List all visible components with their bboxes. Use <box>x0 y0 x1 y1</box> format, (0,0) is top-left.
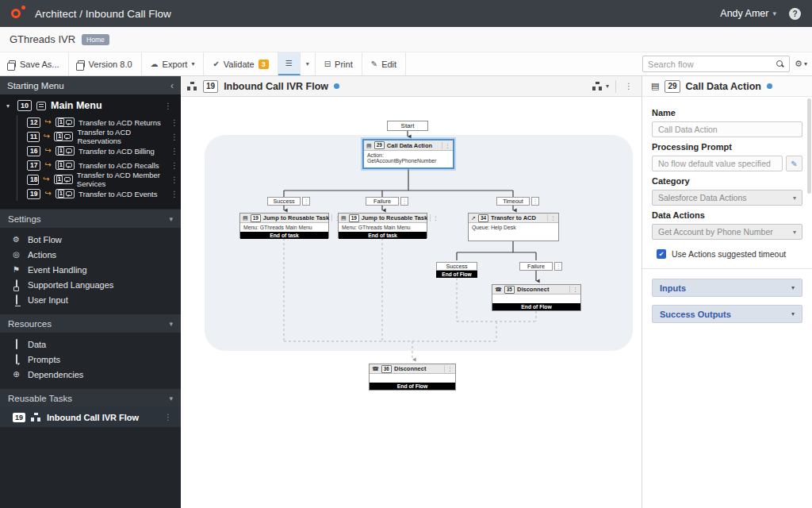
kebab-menu-icon[interactable]: ⋮ <box>162 413 174 421</box>
view-mode-icon[interactable] <box>592 82 603 90</box>
kebab-menu-icon[interactable]: ⋮ <box>168 133 181 141</box>
edit-button[interactable]: ✎ Edit <box>362 52 406 75</box>
speech-bubble-icon <box>11 355 21 364</box>
kebab-menu-icon[interactable]: ⋮ <box>442 142 450 149</box>
inputs-accordion[interactable]: Inputs ▾ <box>652 279 802 297</box>
node-id-badge: 19 <box>27 189 40 199</box>
tree-expand-icon[interactable]: ▾ <box>6 102 13 110</box>
chevron-down-icon: ▾ <box>191 60 194 67</box>
category-select[interactable]: Salesforce Data Actions ▾ <box>652 190 802 206</box>
node-disconnect-35[interactable]: ☎ 35 Disconnect ⋮ End of Flow <box>492 284 581 311</box>
save-as-button[interactable]: Save As... <box>0 52 69 75</box>
sidebar-item-supported-languages[interactable]: Supported Languages <box>0 277 181 292</box>
sidebar-item-event-handling[interactable]: ⚑ Event Handling <box>0 262 181 277</box>
list-view-dropdown-button[interactable]: ▾ <box>301 52 316 75</box>
kebab-menu-icon[interactable]: ⋮ <box>168 190 181 198</box>
collapse-sidebar-icon[interactable]: ‹ <box>170 80 174 91</box>
data-actions-select[interactable]: Get Account by Phone Number ▾ <box>652 224 802 240</box>
print-button[interactable]: ⊟ Print <box>316 52 362 75</box>
sidebar-item-data[interactable]: Data <box>0 337 181 352</box>
starting-menu-header[interactable]: Starting Menu ‹ <box>0 76 181 94</box>
info-icon[interactable] <box>767 83 772 89</box>
branch-success-label[interactable]: Success <box>436 262 477 271</box>
name-field[interactable]: Call Data Action <box>652 121 802 137</box>
help-icon[interactable]: ? <box>789 8 801 20</box>
panel-scrollbar[interactable] <box>807 98 811 194</box>
settings-section-header[interactable]: Settings ▾ <box>0 209 181 228</box>
kebab-menu-icon[interactable]: ⋮ <box>400 197 408 206</box>
kebab-menu-icon[interactable]: ⋮ <box>444 365 453 372</box>
sidebar-item-transfer-billing[interactable]: 16 ↪ 1 Transfer to ACD Billing ⋮ <box>17 144 181 158</box>
flow-title-bar: GThreads IVR Home <box>0 27 812 52</box>
canvas-settings-button[interactable]: ⚙ ▾ <box>795 59 807 69</box>
top-app-bar: Architect / Inbound Call Flow Andy Amer … <box>0 0 812 27</box>
jump-icon: ↪ <box>44 118 51 126</box>
sidebar-item-transfer-events[interactable]: 19 ↪ 1 Transfer to ACD Events ⋮ <box>17 187 181 201</box>
start-node[interactable]: Start <box>387 121 428 131</box>
sidebar-item-dependencies[interactable]: ⊕ Dependencies <box>0 367 181 382</box>
node-jump-to-reusable-task-success[interactable]: ▤ 19 Jump to Reusable Task ⋮ Menu: GThre… <box>239 213 329 238</box>
sidebar-item-inbound-call-ivr-flow[interactable]: 19 Inbound Call IVR Flow ⋮ <box>0 407 181 427</box>
kebab-menu-icon[interactable]: ⋮ <box>554 262 562 271</box>
node-transfer-to-acd[interactable]: ↗ 34 Transfer to ACD ⋮ Queue: Help Desk <box>468 213 559 241</box>
version-button[interactable]: Version 8.0 <box>69 52 142 75</box>
sidebar-item-bot-flow[interactable]: ⚙ Bot Flow <box>0 232 181 247</box>
branch-success-label[interactable]: Success <box>267 197 301 206</box>
name-label: Name <box>652 108 802 117</box>
node-jump-to-reusable-task-failure[interactable]: ▤ 19 Jump to Reusable Task ⋮ Menu: GThre… <box>338 213 427 238</box>
search-icon <box>776 60 784 68</box>
info-icon[interactable] <box>334 83 339 89</box>
branch-failure-label[interactable]: Failure <box>519 262 553 271</box>
kebab-menu-icon[interactable]: ⋮ <box>430 214 439 221</box>
sidebar-item-actions[interactable]: ◎ Actions <box>0 247 181 262</box>
validate-button[interactable]: ✔ Validate 3 <box>204 52 278 75</box>
kebab-menu-icon[interactable]: ⋮ <box>569 286 578 293</box>
export-button[interactable]: ☁ Export ▾ <box>142 52 205 75</box>
dtmf-speech-icon: 1 <box>56 146 75 156</box>
kebab-menu-icon[interactable]: ⋮ <box>162 102 174 110</box>
chevron-down-icon: ▾ <box>793 194 796 202</box>
dtmf-speech-icon: 1 <box>56 160 75 170</box>
kebab-menu-icon[interactable]: ⋮ <box>168 147 181 156</box>
sidebar-item-prompts[interactable]: Prompts <box>0 352 181 367</box>
reusable-tasks-section-header[interactable]: Reusable Tasks ▾ <box>0 388 181 407</box>
toggle-list-view-button[interactable]: ☰ <box>278 52 301 75</box>
edit-prompt-button[interactable]: ✎ <box>786 156 802 171</box>
kebab-menu-icon[interactable]: ⋮ <box>547 214 556 221</box>
sidebar-item-user-input[interactable]: User Input <box>0 292 181 307</box>
success-outputs-accordion[interactable]: Success Outputs ▾ <box>652 305 802 323</box>
sidebar-item-transfer-reservations[interactable]: 11 ↪ 1 Transfer to ACD Reservations ⋮ <box>17 129 181 144</box>
node-disconnect-36[interactable]: ☎ 36 Disconnect ⋮ End of Flow <box>369 364 456 391</box>
pencil-icon: ✎ <box>371 60 377 68</box>
kebab-menu-icon[interactable]: ⋮ <box>531 197 539 206</box>
kebab-menu-icon[interactable]: ⋮ <box>302 197 310 206</box>
flow-diagram-area[interactable]: Start ▤ 29 Call Data Action ⋮ Action: Ge… <box>181 97 642 508</box>
database-icon: ▤ <box>366 143 372 148</box>
user-menu[interactable]: Andy Amer ▾ <box>720 8 776 19</box>
kebab-menu-icon[interactable]: ⋮ <box>622 82 635 90</box>
home-badge: Home <box>82 34 109 45</box>
chevron-down-icon[interactable]: ▾ <box>606 83 609 90</box>
check-icon: ✔ <box>213 60 219 68</box>
processing-prompt-field[interactable]: No flow default value specified <box>652 156 783 171</box>
search-flow-input[interactable] <box>648 60 776 69</box>
kebab-menu-icon[interactable]: ⋮ <box>168 118 181 127</box>
flow-name: GThreads IVR <box>10 33 75 45</box>
branch-timeout-label[interactable]: Timeout <box>496 197 530 206</box>
sidebar-item-transfer-member-services[interactable]: 18 ↪ 1 Transfer to ACD Member Services ⋮ <box>17 172 181 187</box>
node-call-data-action[interactable]: ▤ 29 Call Data Action ⋮ Action: GetAccou… <box>362 139 454 169</box>
task-icon: ▤ <box>341 215 347 221</box>
sidebar-item-main-menu[interactable]: ▾ 10 Main Menu ⋮ <box>0 96 181 115</box>
sidebar: Starting Menu ‹ ▾ 10 Main Menu ⋮ 12 ↪ 1 … <box>0 76 181 508</box>
sitemap-icon <box>187 82 197 90</box>
branch-failure-label[interactable]: Failure <box>366 197 399 206</box>
suggested-timeout-checkbox[interactable]: ✔ <box>657 249 666 259</box>
database-icon: ▤ <box>651 81 659 91</box>
chevron-down-icon: ▾ <box>791 284 795 291</box>
copy-icon <box>9 60 16 67</box>
kebab-menu-icon[interactable]: ⋮ <box>168 175 181 184</box>
dtmf-speech-icon: 1 <box>54 132 73 141</box>
resources-section-header[interactable]: Resources ▾ <box>0 314 181 333</box>
node-id-badge: 17 <box>27 160 40 171</box>
kebab-menu-icon[interactable]: ⋮ <box>168 161 181 170</box>
